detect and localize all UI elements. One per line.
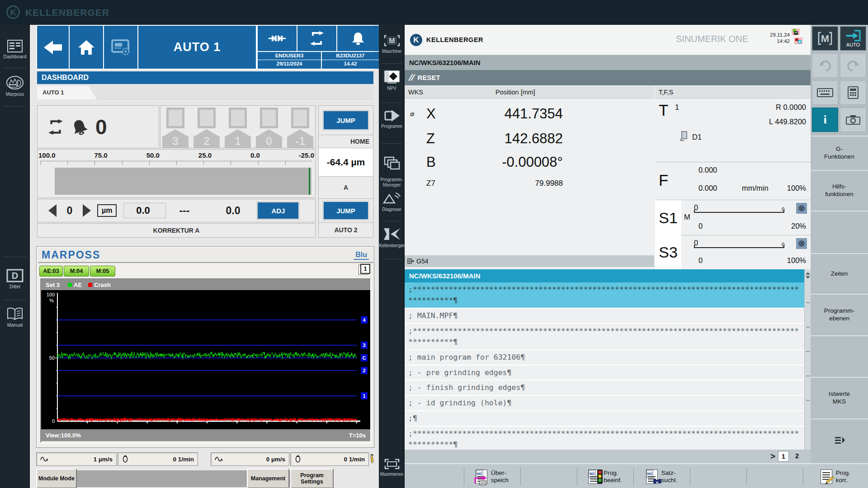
program-settings-button[interactable]: Program Settings (290, 469, 334, 488)
code-line[interactable]: ;***************************************… (405, 324, 804, 350)
editor-scrollbar[interactable] (804, 269, 811, 450)
next-page-arrow[interactable]: > (770, 451, 775, 461)
npv-icon (383, 69, 401, 84)
s3-label: S3 (655, 235, 681, 269)
softkey-prog-beeinf[interactable]: NC Prog. beeinf. (577, 464, 633, 488)
code-line[interactable]: ;***************************************… (405, 427, 804, 450)
code-line[interactable]: ;***************************************… (405, 282, 804, 309)
home-label-cell: HOME (318, 135, 373, 148)
calculator-button[interactable] (840, 80, 866, 105)
unit-box[interactable]: µm (97, 204, 117, 217)
softkey-satz-suchl[interactable]: NC Satz- suchl. (633, 464, 690, 488)
ae-03-button[interactable]: AE:03 (39, 266, 63, 277)
softkey-programmebenen[interactable]: Programm- ebenen (811, 294, 868, 334)
rpm-cell-2[interactable]: 0 1/min (290, 452, 369, 466)
tfs-header: T,F,S (655, 86, 811, 99)
mode-title-button[interactable]: AUTO 1 (138, 26, 256, 69)
sidebar-item-dashboard[interactable]: Dashboard (0, 40, 30, 59)
sidebar-separator (4, 257, 26, 257)
sidebar-item-marposs[interactable]: Marposs (0, 75, 30, 97)
softkey-zeiten[interactable]: Zeiten (811, 253, 868, 293)
g54-label: G54 (416, 258, 428, 265)
keyboard-button[interactable] (812, 80, 838, 105)
nav-programm[interactable]: Programm (379, 109, 405, 129)
bell-icon (71, 119, 88, 135)
dresser-icon (268, 33, 286, 44)
diameter-symbol: ⌀ (405, 110, 418, 118)
management-button[interactable]: Management (247, 469, 289, 488)
jump-home-button[interactable]: JUMP (322, 110, 369, 131)
korrektur-label-row: KORREKTUR A (37, 223, 316, 238)
nav-maschine[interactable]: M Maschine (379, 34, 405, 54)
nav-maximieren[interactable]: Maximieren (379, 458, 405, 477)
feedrate-cell-2[interactable]: 0 µm/s (211, 452, 289, 466)
spindle3-block: S3 0 0 ⊗ 0 100% (655, 235, 811, 269)
sidebar-item-dittel[interactable]: D Dittel (0, 269, 30, 289)
alarm-button[interactable] (337, 26, 379, 51)
code-line[interactable]: ; - id grinding (hole)¶ (405, 396, 804, 411)
scroll-down-icon[interactable] (806, 276, 810, 279)
softkey-empty-2[interactable] (811, 335, 868, 376)
code-line[interactable]: ; - pre grinding edges¶ (405, 366, 804, 381)
page-indicator[interactable]: 1 (360, 264, 370, 274)
code-line[interactable]: ; - finish grinding edges¶ (405, 380, 804, 396)
breadcrumb-row: AUTO 1 (37, 85, 373, 99)
code-line[interactable]: ;¶ (405, 411, 804, 427)
jump-auto2-button[interactable]: JUMP (322, 201, 369, 221)
nav-npv[interactable]: NPV (379, 69, 405, 91)
softkey-empty-1[interactable] (811, 211, 868, 252)
increment-button[interactable] (83, 204, 91, 217)
rpm-cell-1[interactable]: 0 1/min (118, 452, 198, 466)
scale-ruler (40, 161, 312, 165)
sidebar-separator (4, 106, 26, 107)
home-button[interactable] (70, 26, 103, 69)
decrement-button[interactable] (48, 204, 57, 217)
jump-home-cell: JUMP (318, 105, 373, 135)
nav-kellenberger[interactable]: Kellenberger (379, 226, 405, 249)
scroll-up-icon[interactable] (806, 272, 810, 275)
adj-button[interactable]: ADJ (256, 201, 300, 220)
nav-programm-manager[interactable]: Programm- Manager (379, 150, 405, 188)
redo-button[interactable] (840, 53, 866, 78)
program-editor[interactable]: ;***************************************… (405, 282, 804, 450)
correction-actual: 0.0 (208, 205, 240, 217)
softkey-overstore[interactable]: NC Über- speich (464, 464, 520, 488)
machine-settings-button[interactable] (104, 26, 137, 69)
back-button[interactable] (37, 26, 69, 69)
s3-disabled-icon: ⊗ (796, 238, 807, 249)
undo-button[interactable] (812, 53, 838, 78)
center-nav-bar: M Maschine NPV Programm Programm- Manage… (379, 25, 405, 488)
code-line[interactable]: ; main program for 632106¶ (405, 350, 804, 366)
hmi-date: 29.11.24 (762, 32, 790, 38)
module-mode-button[interactable]: Module Mode (36, 469, 77, 488)
softkey-prog-korr[interactable]: Prog. korr. (803, 464, 868, 488)
manual-icon (6, 307, 24, 321)
svg-text:50: 50 (49, 355, 55, 361)
part-counter-button[interactable] (297, 26, 336, 51)
sidebar-separator (4, 300, 26, 300)
code-line[interactable]: ; MAIN.MPF¶ (405, 309, 804, 324)
machine-area-button[interactable]: M (812, 26, 838, 51)
page-1[interactable]: 1 (778, 451, 789, 462)
auto-mode-button[interactable]: AUTO (840, 26, 866, 51)
info-button[interactable]: i (812, 108, 838, 132)
m-04-button[interactable]: M:04 (64, 266, 89, 277)
ae-chart-frame: Set 3 AECrash 100%50043C21 View:100.0% T… (40, 278, 371, 443)
breadcrumb-tab[interactable]: AUTO 1 (37, 86, 97, 99)
channel-state-bar: // RESET (405, 70, 811, 85)
auto2-label-cell: AUTO 2 (318, 222, 373, 238)
feedrate-cell-1[interactable]: 1 µm/s (36, 452, 117, 466)
camera-button[interactable] (840, 108, 866, 132)
softkey-hilfsfunktionen[interactable]: Hilfs- funktionen (811, 170, 868, 210)
s1-override: 20% (791, 222, 806, 230)
correction-input[interactable]: 0.0 (123, 202, 166, 219)
softkey-menu-more[interactable] (811, 418, 868, 462)
sidebar-item-manual[interactable]: Manual (0, 307, 30, 328)
softkey-istwerte-mks[interactable]: Istwerte MKS (811, 377, 868, 418)
m-05-button[interactable]: M:05 (90, 266, 115, 277)
softkey-g-funktionen[interactable]: G- Funktionen (811, 136, 868, 169)
edit-pencil-icon[interactable] (370, 453, 377, 464)
page-2[interactable]: 2 (792, 451, 802, 462)
nav-diagnose[interactable]: Diagnose (379, 191, 405, 212)
dresser-button[interactable] (258, 26, 297, 51)
